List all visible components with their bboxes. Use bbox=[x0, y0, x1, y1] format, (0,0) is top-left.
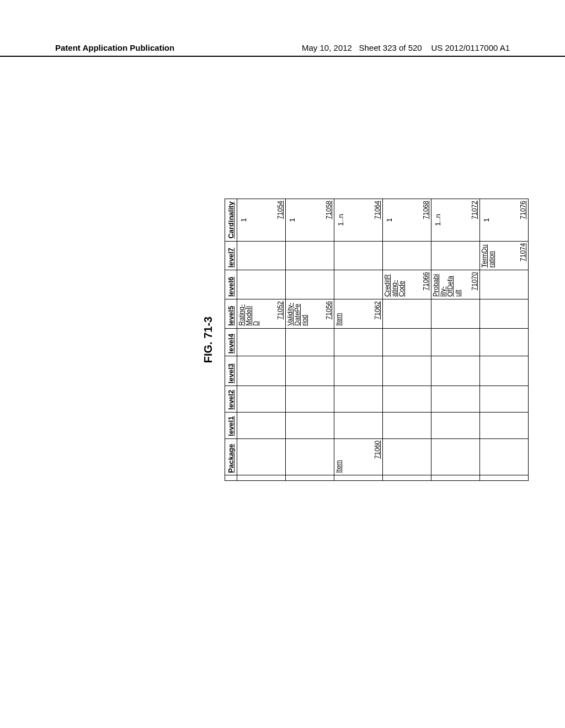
cell-level2 bbox=[334, 386, 383, 413]
cell-level5-ref: 71056 bbox=[325, 301, 333, 319]
cell-level2 bbox=[383, 386, 431, 413]
cell-level7 bbox=[431, 241, 480, 270]
cell-level7 bbox=[334, 241, 383, 270]
cell-cardinality: 171054 bbox=[237, 199, 286, 242]
cell-level6 bbox=[237, 270, 286, 299]
cell-level7 bbox=[237, 241, 286, 270]
cardinality-value: 1..n bbox=[335, 201, 345, 239]
cell-level3 bbox=[383, 356, 431, 386]
cardinality-ref: 71058 bbox=[325, 201, 333, 219]
cell-level6 bbox=[286, 270, 334, 299]
cell-cardinality: 171058 bbox=[286, 199, 334, 242]
table-row: Item71060Item710621..n71064 bbox=[334, 199, 383, 481]
cardinality-value: 1 bbox=[238, 201, 248, 239]
cell-package: Item71060 bbox=[334, 438, 383, 475]
cell-level1 bbox=[334, 412, 383, 438]
cell-cardinality: 171076 bbox=[480, 199, 529, 242]
col-level2: level2 bbox=[225, 386, 237, 413]
cell-level1 bbox=[237, 412, 286, 438]
cell-level4 bbox=[286, 328, 334, 356]
cell-cardinality: 171068 bbox=[383, 199, 431, 242]
col-level6: level6 bbox=[225, 270, 237, 299]
table-row: CreditRating-Code71066171068 bbox=[383, 199, 431, 481]
table-row: Probability-OfDefault710701..n71072 bbox=[431, 199, 480, 481]
cell-level1 bbox=[480, 412, 529, 438]
cell-level4 bbox=[237, 328, 286, 356]
figure-wrap: FIG. 71-3 Package level1 level2 bbox=[36, 199, 529, 481]
cell-level3 bbox=[334, 356, 383, 386]
cardinality-value: 1 bbox=[384, 201, 393, 239]
cell-level5-text: Validity-DatePeriod bbox=[287, 302, 309, 326]
col-level1: level1 bbox=[225, 412, 237, 438]
figure-title: FIG. 71-3 bbox=[202, 199, 215, 481]
cell-level7 bbox=[286, 241, 334, 270]
cell-level3 bbox=[237, 356, 286, 386]
col-level3: level3 bbox=[225, 356, 237, 386]
header-date: May 10, 2012 bbox=[302, 43, 352, 52]
header-sheet: Sheet 323 of 520 bbox=[359, 43, 422, 52]
cell-level2 bbox=[431, 386, 480, 413]
cell-level6 bbox=[480, 270, 529, 299]
cell-level7-text: TermDuration bbox=[481, 244, 495, 268]
cell-level2 bbox=[286, 386, 334, 413]
table-row: Rating-ModelID71052171054 bbox=[237, 199, 286, 481]
cell-package-text: Item bbox=[335, 441, 343, 473]
cell-package bbox=[383, 438, 431, 475]
cell-level4 bbox=[431, 328, 480, 356]
table-row: Validity-DatePeriod71056171058 bbox=[286, 199, 334, 481]
cell-level5 bbox=[480, 299, 529, 329]
header-right: May 10, 2012 Sheet 323 of 520 US 2012/01… bbox=[302, 43, 510, 52]
cell-level5 bbox=[431, 299, 480, 329]
cell-level2 bbox=[237, 386, 286, 413]
cell-stub bbox=[431, 475, 480, 481]
cell-stub bbox=[237, 475, 286, 481]
col-cardinality: Cardinality bbox=[225, 199, 237, 242]
cell-level6-ref: 71070 bbox=[471, 272, 478, 290]
cell-level5-ref: 71052 bbox=[276, 301, 284, 319]
cell-level5-ref: 71062 bbox=[374, 301, 381, 319]
cell-level3 bbox=[431, 356, 480, 386]
col-level7: level7 bbox=[225, 241, 237, 270]
cardinality-value: 1..n bbox=[433, 201, 442, 239]
cardinality-ref: 71054 bbox=[276, 201, 284, 219]
cell-cardinality: 1..n71072 bbox=[431, 199, 480, 242]
page: Patent Application Publication May 10, 2… bbox=[0, 0, 565, 728]
col-level5: level5 bbox=[225, 299, 237, 329]
cardinality-value: 1 bbox=[481, 201, 491, 239]
table-row: TermDuration71074171076 bbox=[480, 199, 529, 481]
cell-level2 bbox=[480, 386, 529, 413]
table-header-row: Package level1 level2 level3 level4 leve… bbox=[225, 199, 237, 481]
cell-level1 bbox=[286, 412, 334, 438]
cell-stub bbox=[334, 475, 383, 481]
cell-level6-text: Probability-OfDefault bbox=[433, 272, 462, 297]
col-stub bbox=[225, 475, 237, 481]
cardinality-value: 1 bbox=[287, 201, 296, 239]
cardinality-ref: 71068 bbox=[422, 201, 430, 219]
cell-level6: Probability-OfDefault71070 bbox=[431, 270, 480, 299]
header-left: Patent Application Publication bbox=[55, 43, 174, 52]
cell-level1 bbox=[383, 412, 431, 438]
col-level4: level4 bbox=[225, 328, 237, 356]
col-package: Package bbox=[225, 438, 237, 475]
cell-level3 bbox=[480, 356, 529, 386]
cell-level7-ref: 71074 bbox=[519, 243, 527, 261]
cell-cardinality: 1..n71064 bbox=[334, 199, 383, 242]
cell-level7: TermDuration71074 bbox=[480, 241, 529, 270]
cell-stub bbox=[286, 475, 334, 481]
cell-level7 bbox=[383, 241, 431, 270]
cell-package bbox=[480, 438, 529, 475]
cell-level3 bbox=[286, 356, 334, 386]
cell-level6-text: CreditRating-Code bbox=[384, 272, 406, 297]
cardinality-ref: 71076 bbox=[519, 201, 527, 219]
page-header: Patent Application Publication May 10, 2… bbox=[0, 43, 565, 57]
cell-level4 bbox=[480, 328, 529, 356]
cell-package bbox=[431, 438, 480, 475]
cell-level6: CreditRating-Code71066 bbox=[383, 270, 431, 299]
cell-level5-text: Item bbox=[335, 302, 343, 326]
cell-level5 bbox=[383, 299, 431, 329]
cell-level5: Validity-DatePeriod71056 bbox=[286, 299, 334, 329]
cell-level5-text: Rating-ModelID bbox=[238, 302, 260, 326]
cell-package-ref: 71060 bbox=[374, 441, 381, 459]
cell-package bbox=[237, 438, 286, 475]
header-pubno: US 2012/0117000 A1 bbox=[431, 43, 510, 52]
